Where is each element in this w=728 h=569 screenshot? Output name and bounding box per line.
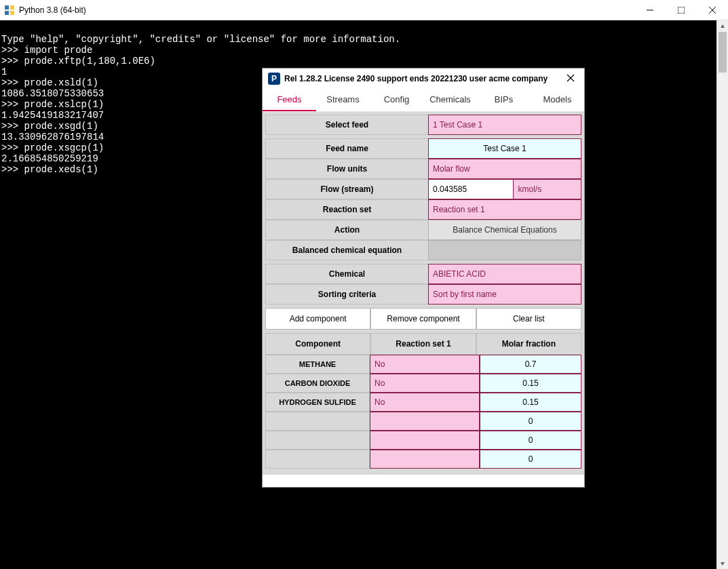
col-component: Component — [265, 333, 370, 355]
console-line: 2.166854850259219 — [1, 153, 98, 164]
remove-component-button[interactable]: Remove component — [370, 308, 476, 330]
select-feed-label: Select feed — [265, 115, 428, 135]
tab-config[interactable]: Config — [370, 89, 423, 111]
window-titlebar: Python 3.8 (64-bit) — [0, 0, 728, 20]
scroll-down-icon[interactable] — [717, 557, 728, 569]
action-label: Action — [265, 220, 428, 240]
molar-fraction-cell[interactable]: 0 — [480, 450, 581, 469]
console-line: >>> prode.xsld(1) — [1, 77, 98, 88]
table-row: METHANE No 0.7 — [265, 355, 581, 374]
component-name: HYDROGEN SULFIDE — [265, 393, 370, 412]
tabs: Feeds Streams Config Chemicals BIPs Mode… — [263, 89, 584, 112]
select-feed-dropdown[interactable]: 1 Test Case 1 — [428, 115, 581, 135]
molar-fraction-cell[interactable]: 0 — [480, 431, 581, 450]
table-row: 0 — [265, 412, 581, 431]
reaction-set-cell[interactable]: No — [370, 374, 480, 393]
balanced-equation-label: Balanced chemical equation — [265, 240, 428, 260]
table-row: 0 — [265, 450, 581, 469]
console-line: 13.330962876197814 — [1, 132, 104, 142]
console-line: >>> prode.xftp(1,180,1.0E6) — [1, 56, 155, 66]
flow-stream-label: Flow (stream) — [265, 179, 428, 199]
table-row: HYDROGEN SULFIDE No 0.15 — [265, 393, 581, 412]
reaction-set-cell[interactable]: No — [370, 355, 480, 374]
svg-rect-5 — [678, 7, 685, 14]
feed-name-input[interactable]: Test Case 1 — [428, 138, 581, 159]
col-reaction-set: Reaction set 1 — [370, 333, 476, 355]
window-title: Python 3.8 (64-bit) — [19, 5, 634, 15]
svg-rect-2 — [5, 11, 9, 15]
scroll-up-icon[interactable] — [717, 20, 728, 32]
reaction-set-cell[interactable] — [370, 450, 480, 469]
console-line: Type "help", "copyright", "credits" or "… — [1, 34, 400, 45]
reaction-set-dropdown[interactable]: Reaction set 1 — [428, 199, 581, 220]
svg-rect-0 — [5, 5, 9, 9]
prode-dialog: P Rel 1.28.2 License 2490 support ends 2… — [262, 68, 585, 488]
dialog-titlebar: P Rel 1.28.2 License 2490 support ends 2… — [263, 68, 584, 89]
console-line: >>> prode.xsgcp(1) — [1, 142, 104, 153]
molar-fraction-cell[interactable]: 0 — [480, 412, 581, 431]
svg-marker-8 — [721, 24, 725, 28]
table-row: 0 — [265, 431, 581, 450]
tab-chemicals[interactable]: Chemicals — [423, 89, 477, 111]
add-component-button[interactable]: Add component — [265, 308, 370, 330]
python-icon — [4, 5, 15, 16]
flow-stream-input[interactable]: 0.043585 — [428, 179, 514, 199]
flow-units-label: Flow units — [265, 159, 428, 179]
molar-fraction-cell[interactable]: 0.15 — [480, 393, 581, 412]
balance-equations-button[interactable]: Balance Chemical Equations — [428, 220, 581, 240]
chemical-label: Chemical — [265, 264, 428, 284]
molar-fraction-cell[interactable]: 0.15 — [480, 374, 581, 393]
tab-streams[interactable]: Streams — [316, 89, 370, 111]
feed-name-label: Feed name — [265, 138, 428, 159]
flow-stream-unit-dropdown[interactable]: kmol/s — [514, 179, 581, 199]
reaction-set-cell[interactable] — [370, 431, 480, 450]
console-line: >>> prode.xeds(1) — [1, 164, 98, 175]
svg-rect-3 — [10, 5, 14, 9]
reaction-set-label: Reaction set — [265, 199, 428, 220]
dialog-title: Rel 1.28.2 License 2490 support ends 202… — [284, 74, 562, 83]
col-molar-fraction: Molar fraction — [476, 333, 581, 355]
console-line: 1086.3518075330653 — [1, 88, 104, 99]
scrollbar[interactable] — [716, 20, 728, 569]
reaction-set-cell[interactable]: No — [370, 393, 480, 412]
maximize-button[interactable] — [666, 0, 697, 20]
console-line: >>> import prode — [1, 45, 92, 56]
flow-units-dropdown[interactable]: Molar flow — [428, 159, 581, 179]
component-name — [265, 450, 370, 469]
tab-feeds[interactable]: Feeds — [263, 89, 316, 111]
close-button[interactable] — [697, 0, 728, 20]
table-row: CARBON DIOXIDE No 0.15 — [265, 374, 581, 393]
tab-bips[interactable]: BIPs — [477, 89, 531, 111]
reaction-set-cell[interactable] — [370, 412, 480, 431]
console-line: >>> prode.xsgd(1) — [1, 121, 98, 132]
component-name: METHANE — [265, 355, 370, 374]
svg-rect-1 — [10, 11, 14, 15]
dialog-footer — [263, 475, 584, 487]
component-name — [265, 412, 370, 431]
sorting-label: Sorting criteria — [265, 284, 428, 305]
dialog-body: Select feed 1 Test Case 1 Feed name Test… — [263, 112, 584, 475]
console-line: 1.9425419183217407 — [1, 110, 104, 121]
console-line: >>> prode.xslcp(1) — [1, 99, 104, 110]
chemical-dropdown[interactable]: ABIETIC ACID — [428, 264, 581, 284]
sorting-dropdown[interactable]: Sort by first name — [428, 284, 581, 305]
scroll-thumb[interactable] — [719, 32, 727, 73]
clear-list-button[interactable]: Clear list — [476, 308, 581, 330]
balanced-equation-value — [428, 240, 581, 260]
component-name — [265, 431, 370, 450]
minimize-button[interactable] — [634, 0, 666, 20]
tab-models[interactable]: Models — [531, 89, 584, 111]
prode-icon: P — [268, 73, 280, 85]
molar-fraction-cell[interactable]: 0.7 — [480, 355, 581, 374]
component-name: CARBON DIOXIDE — [265, 374, 370, 393]
dialog-close-button[interactable] — [562, 74, 579, 84]
svg-marker-9 — [721, 562, 725, 566]
console-line: 1 — [1, 66, 7, 77]
